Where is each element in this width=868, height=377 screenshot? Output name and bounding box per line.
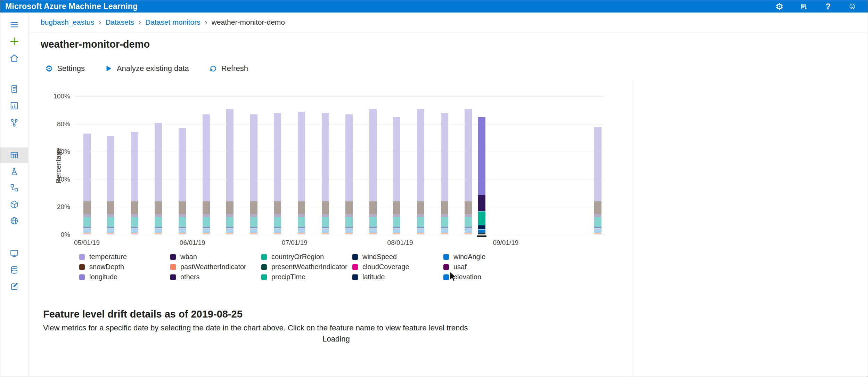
breadcrumb-workspace-link[interactable]: bugbash_eastus — [41, 18, 94, 26]
x-tick-label: 09/01/19 — [485, 239, 526, 247]
sidebar-item-notebooks[interactable] — [0, 81, 28, 97]
legend-label[interactable]: precipTime — [271, 273, 305, 281]
chart-bar[interactable] — [155, 81, 162, 235]
bar-segment-precipTime — [298, 217, 305, 226]
bar-segment-elevation — [345, 230, 353, 233]
bar-segment-temperature — [203, 114, 210, 201]
sidebar-item-automated-ml[interactable] — [0, 98, 28, 113]
bar-segment-snowDepth — [417, 201, 424, 214]
bar-segment-snowDepth — [393, 201, 400, 214]
bar-segment-pastWeatherIndicator — [322, 233, 329, 234]
sidebar-item-compute[interactable] — [0, 246, 28, 261]
legend-item-others[interactable]: others — [170, 273, 261, 281]
feedback-form-icon[interactable] — [798, 1, 809, 12]
legend-label[interactable]: latitude — [362, 273, 385, 281]
bar-segment-presentWeatherIndicator — [478, 233, 485, 234]
settings-gear-icon[interactable]: ⚙ — [774, 1, 785, 12]
legend-label[interactable]: cloudCoverage — [362, 263, 409, 271]
bar-segment-elevation — [107, 230, 114, 233]
sidebar-item-data-labeling[interactable] — [0, 279, 28, 294]
legend-label[interactable]: snowDepth — [89, 263, 124, 271]
bar-segment-elevation — [274, 230, 281, 233]
legend-label[interactable]: longitude — [89, 273, 117, 281]
chevron-right-icon: › — [98, 18, 101, 26]
legend-label[interactable]: countryOrRegion — [271, 253, 324, 261]
legend-label[interactable]: wban — [180, 253, 197, 261]
bar-segment-snowDepth — [83, 201, 91, 214]
chart-bar[interactable] — [131, 81, 138, 235]
drift-chart[interactable]: Percentage 0%20%40%60%80%100%05/01/1906/… — [40, 81, 632, 248]
new-plus-icon[interactable] — [0, 34, 28, 49]
sidebar-item-designer[interactable] — [0, 115, 28, 130]
chart-bar[interactable] — [107, 81, 114, 235]
bar-segment-precipTime — [417, 217, 424, 226]
help-icon[interactable]: ? — [822, 1, 834, 12]
menu-hamburger-icon[interactable] — [0, 17, 28, 32]
legend-item-windAngle[interactable]: windAngle — [443, 253, 534, 260]
legend-item-cloudCoverage[interactable]: cloudCoverage — [352, 263, 443, 271]
chart-bar[interactable] — [298, 81, 305, 235]
sidebar-item-datasets[interactable] — [0, 147, 28, 163]
legend-label[interactable]: usaf — [453, 263, 467, 271]
bar-segment-elevation — [594, 230, 601, 233]
sidebar-item-models[interactable] — [0, 197, 28, 212]
chart-bar[interactable] — [478, 81, 485, 235]
chart-bar[interactable] — [203, 81, 210, 235]
bar-segment-cloudCoverage — [83, 234, 91, 234]
chart-bar[interactable] — [345, 81, 353, 235]
legend-item-usaf[interactable]: usaf — [443, 263, 534, 271]
gridline — [75, 207, 604, 207]
legend-item-countryOrRegion[interactable]: countryOrRegion — [261, 253, 352, 260]
legend-item-windSpeed[interactable]: windSpeed — [352, 253, 443, 260]
legend-item-precipTime[interactable]: precipTime — [261, 273, 352, 281]
azure-ml-window: Microsoft Azure Machine Learning ⚙ ? — [0, 0, 868, 377]
legend-label[interactable]: presentWeatherIndicator — [271, 263, 347, 271]
sidebar-item-home[interactable] — [0, 50, 28, 66]
breadcrumb-dataset-monitors-link[interactable]: Dataset monitors — [145, 18, 200, 26]
legend-label[interactable]: temperature — [89, 253, 127, 261]
legend-item-presentWeatherIndicator[interactable]: presentWeatherIndicator — [261, 263, 352, 271]
legend-label[interactable]: pastWeatherIndicator — [180, 263, 246, 271]
chart-bar[interactable] — [441, 81, 448, 235]
chart-bar[interactable] — [226, 81, 234, 235]
chart-bar[interactable] — [417, 81, 424, 235]
bar-segment-latitude — [83, 227, 91, 228]
bar-segment-temperature — [155, 123, 162, 201]
chart-bar[interactable] — [465, 81, 472, 235]
legend-item-temperature[interactable]: temperature — [79, 253, 170, 260]
chart-bar[interactable] — [274, 81, 281, 235]
legend-swatch-icon — [170, 254, 176, 260]
chart-bar[interactable] — [83, 81, 91, 235]
bar-segment-wban — [478, 195, 485, 211]
settings-button[interactable]: ⚙ Settings — [43, 64, 87, 73]
legend-item-snowDepth[interactable]: snowDepth — [79, 263, 170, 271]
bar-segment-temperature — [298, 112, 305, 201]
y-tick-label: 60% — [40, 148, 70, 155]
refresh-button[interactable]: Refresh — [207, 64, 250, 73]
legend-label[interactable]: windSpeed — [362, 253, 397, 261]
legend-item-wban[interactable]: wban — [170, 253, 261, 260]
legend-label[interactable]: others — [180, 273, 200, 281]
legend-item-pastWeatherIndicator[interactable]: pastWeatherIndicator — [170, 263, 261, 271]
header-icon-group: ⚙ ? — [774, 1, 858, 12]
gear-icon: ⚙ — [45, 64, 53, 73]
legend-item-longitude[interactable]: longitude — [79, 273, 170, 281]
sidebar-item-experiments[interactable] — [0, 164, 28, 179]
sidebar-item-datastores[interactable] — [0, 262, 28, 278]
legend-label[interactable]: windAngle — [453, 253, 485, 261]
breadcrumb-datasets-link[interactable]: Datasets — [105, 18, 134, 26]
analyze-existing-data-button[interactable]: Analyze existing data — [103, 64, 191, 73]
chart-bar[interactable] — [322, 81, 329, 235]
chart-bar[interactable] — [369, 81, 377, 235]
smiley-feedback-icon[interactable] — [847, 1, 858, 12]
legend-item-latitude[interactable]: latitude — [352, 273, 443, 281]
bar-segment-snowDepth — [250, 201, 257, 214]
chart-bar[interactable] — [179, 81, 186, 235]
chart-bar[interactable] — [393, 81, 400, 235]
chart-bar[interactable] — [250, 81, 257, 235]
sidebar-item-endpoints[interactable] — [0, 213, 28, 228]
bar-segment-precipTime — [441, 217, 448, 226]
sidebar-item-pipelines[interactable] — [0, 180, 28, 195]
bar-segment-windSpeed — [478, 225, 485, 229]
chart-bar[interactable] — [594, 81, 601, 235]
